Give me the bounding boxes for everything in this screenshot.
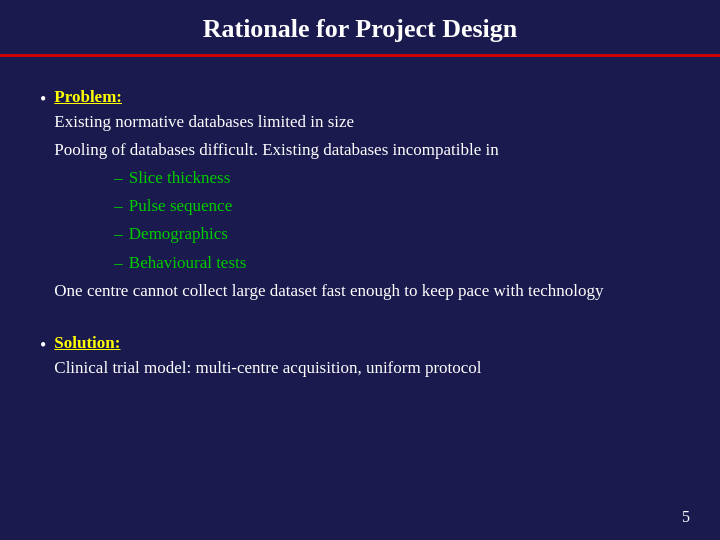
slide-container: Rationale for Project Design • Problem: … <box>0 0 720 540</box>
sub-items-list: – Slice thickness – Pulse sequence – Dem… <box>54 164 603 276</box>
content-area: • Problem: Existing normative databases … <box>0 57 720 540</box>
bullet-dot-1: • <box>40 89 46 110</box>
problem-section: • Problem: Existing normative databases … <box>40 87 680 303</box>
sub-item-2: – Pulse sequence <box>114 192 603 219</box>
title-bar: Rationale for Project Design <box>0 0 720 57</box>
dash-1: – <box>114 164 123 191</box>
solution-content: Solution: Clinical trial model: multi-ce… <box>54 333 481 381</box>
sub-item-4: – Behavioural tests <box>114 249 603 276</box>
sub-item-text-1: Slice thickness <box>129 164 231 191</box>
slide-title: Rationale for Project Design <box>203 14 518 43</box>
solution-line-1: Clinical trial model: multi-centre acqui… <box>54 355 481 381</box>
problem-line-2: Pooling of databases difficult. Existing… <box>54 137 603 163</box>
sub-item-text-3: Demographics <box>129 220 228 247</box>
problem-line-1: Existing normative databases limited in … <box>54 109 603 135</box>
solution-section: • Solution: Clinical trial model: multi-… <box>40 333 680 381</box>
dash-3: – <box>114 220 123 247</box>
problem-label: Problem: <box>54 87 603 107</box>
dash-4: – <box>114 249 123 276</box>
sub-item-text-4: Behavioural tests <box>129 249 247 276</box>
dash-2: – <box>114 192 123 219</box>
problem-content: Problem: Existing normative databases li… <box>54 87 603 303</box>
sub-item-1: – Slice thickness <box>114 164 603 191</box>
sub-item-3: – Demographics <box>114 220 603 247</box>
solution-label: Solution: <box>54 333 481 353</box>
problem-closing-line: One centre cannot collect large dataset … <box>54 278 603 304</box>
sub-item-text-2: Pulse sequence <box>129 192 232 219</box>
bullet-dot-2: • <box>40 335 46 356</box>
page-number: 5 <box>682 508 690 526</box>
